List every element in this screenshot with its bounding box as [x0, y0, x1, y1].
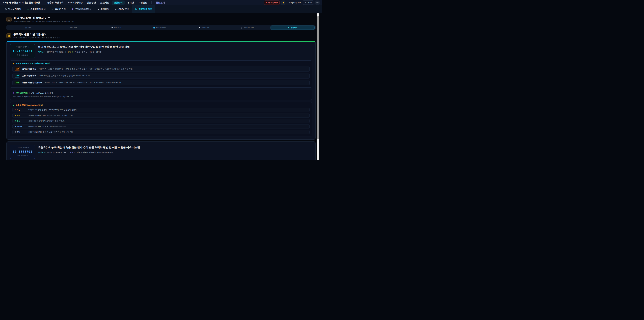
inventor-label: 발명자 : — [70, 151, 76, 153]
subnav-overview[interactable]: 개요 — [6, 25, 50, 30]
meta-separator: | — [68, 151, 68, 153]
nav-emergency-rescue[interactable]: 긴급구난 — [85, 1, 98, 5]
weathering-row: ③ 소산 쇄파 기인, 파도에너지·풍속 함수, 전체 약 15% — [12, 119, 310, 123]
nav-aerial-search[interactable]: 항공탐색 — [112, 1, 124, 5]
subnav-label: 개요 — [28, 27, 32, 29]
nav-integrated-search[interactable]: 통합조회 — [154, 1, 167, 5]
step-label: 조류·취송류 예측 — [22, 75, 36, 77]
claim-box-title: 청구항 1 — ESI 기반 실시간 확산 3단계 — [12, 62, 310, 65]
page-icon-box — [6, 17, 12, 22]
patent-number: 10-1868791 — [12, 150, 34, 154]
subnav-forecast-link[interactable]: 확산예측 연계 — [226, 25, 269, 30]
incident-status-label: 사고 진행중 — [268, 1, 278, 4]
meta-separator: | — [65, 51, 66, 53]
subnav-papers-patents[interactable]: 논문특허 — [270, 26, 314, 30]
weathering-stage-desc: 용해·미생물 분해, 질량 손실률 = 초기 누유량에 선형 비례 — [28, 131, 73, 133]
bell-icon — [282, 2, 284, 4]
nav-weather-info[interactable]: 기상정보 — [136, 1, 149, 5]
cctv-camera-icon — [115, 8, 117, 11]
sub-nav: 개요 탐지 장비 원격탐사 ESI 방제지도 면적 산정 확산예측 연계 논문특… — [6, 25, 316, 30]
logout-button[interactable]: 로그아웃 — [303, 1, 314, 5]
brand: Wing 해양환경 위기대응 통합시스템 — [2, 1, 40, 4]
step-text: 실시간 자료 수신 — 기상예측시스템·위성영상수신시스템·검조소 인터넷 연결… — [22, 68, 133, 70]
patent-registered-date: 등록: 2018.06.12 — [12, 155, 34, 157]
subnav-esi-map[interactable]: ESI 방제지도 — [138, 25, 182, 30]
weathering-title: 유출유 풍화(Weathering) 5단계 — [12, 104, 310, 107]
claim-step-row: S30 유출유 확산 실시간 예측 — Monte Carlo 입자추적 + f… — [12, 80, 310, 85]
weathering-stage-label: ⑤ 침강 — [14, 131, 28, 133]
nav-hns-atmos[interactable]: HNS·대기확산 — [66, 1, 84, 5]
step-desc: — CHARRY모델 조화분석 + 취송류 경험식(0.029×Vw, θw+1… — [37, 75, 90, 77]
weathering-stage-label: ③ 소산 — [14, 120, 28, 122]
tab-image-photo-mgmt[interactable]: 영상사진관리 — [2, 5, 24, 13]
patent-meta: 특허권자 : 주식회사 아라종합기술 | 발명자 : 김도연·김용혁·김충기·김… — [38, 151, 140, 154]
owner-value: 한국해양과학기술원 — [47, 51, 64, 53]
step-desc: — 기상예측시스템·위성영상수신시스템·검조소 인터넷 연결, FTP로 기상자… — [36, 68, 133, 70]
page-subtitle: 유출유 원격탐지·항공감시 기법·ESI 방제정보지도·등록특허 10-1567… — [14, 21, 74, 23]
inventor-label: 발명자 : — [68, 51, 74, 53]
weathering-box: 유출유 풍화(Weathering) 5단계 ① 퍼짐 Fay(1969): 중… — [10, 102, 312, 136]
fbm-formula: σ²(t) = A·t^m, m=0.45~2.46 — [31, 92, 53, 94]
subnav-label: 확산예측 연계 — [244, 27, 254, 29]
top-right-controls: 사고 진행중 Eunjeong Kim 로그아웃 — [264, 1, 320, 5]
claim-title-text: 청구항 1 — ESI 기반 실시간 확산 3단계 — [16, 62, 50, 65]
section-header: 등록특허 원문 기반 이론 근거 WING 탑재 유출유 확산예측 시스템의 특… — [6, 33, 316, 39]
menu-button[interactable] — [315, 1, 320, 5]
patent-meta: 특허권자 : 한국해양과학기술원 | 발명자 : 이문진 · 김혜진 · 이승현… — [38, 51, 130, 53]
weathering-stage-desc: Fay(1969): 중력-관성력, Mackay et al.(1980) 표… — [28, 109, 77, 111]
patent-header: 대한민국 등록특허 10-1567431 등록: 2015.11.03 해양 유… — [10, 44, 312, 58]
tab-oil-area-analysis[interactable]: 유출유면적분석 — [24, 5, 48, 13]
fbm-separator: | — [29, 92, 30, 94]
bookmark-tabs-icon — [288, 27, 290, 29]
nav-reports[interactable]: 보고자료 — [98, 1, 111, 5]
tab-pollution-ship-3d[interactable]: 오염/선박3D분석 — [68, 5, 94, 13]
wing-logo: Wing — [2, 1, 8, 4]
vertical-scrollbar[interactable] — [317, 14, 319, 160]
claim-box: 청구항 1 — ESI 기반 실시간 확산 3단계 S10 실시간 자료 수신 … — [10, 60, 312, 88]
claim-step-row: S20 조류·취송류 예측 — CHARRY모델 조화분석 + 취송류 경험식(… — [12, 73, 310, 79]
page-header: 해양 항공탐색·원격탐사 이론 유출유 원격탐지·항공감시 기법·ESI 방제정… — [6, 16, 316, 23]
nav-board[interactable]: 게시판 — [125, 1, 136, 5]
tab-satellite-request[interactable]: 위성요청 — [94, 5, 112, 13]
nav-oil-spill-forecast[interactable]: 유출유 확산예측 — [45, 1, 66, 5]
tab-bar: 영상사진관리 유출유면적분석 실시간드론 오염/선박3D분석 위성요청 CCTV… — [0, 5, 322, 13]
scrollbar-thumb[interactable] — [317, 16, 319, 139]
subnav-label: ESI 방제지도 — [156, 27, 166, 29]
tab-cctv-view[interactable]: CCTV 조회 — [112, 5, 132, 13]
tab-label: CCTV 조회 — [118, 8, 129, 11]
satellite-dish-icon — [51, 8, 54, 11]
tab-label: 유출유면적분석 — [30, 8, 46, 11]
step-badge-s10: S10 — [14, 67, 20, 71]
weathering-stage-desc: Stiver & Mackay(1984) 해석적 방법, 수일~10일간 약 … — [28, 114, 73, 117]
patent-number-box: 대한민국 등록특허 10-1567431 등록: 2015.11.03 — [10, 44, 35, 58]
pencil-icon — [198, 27, 200, 29]
pencil-icon — [12, 104, 14, 106]
satellite-dish-icon — [67, 27, 69, 29]
patent-number-box: 대한민국 등록특허 10-1868791 등록: 2018.06.12 — [10, 145, 35, 159]
swirl-icon — [12, 92, 14, 94]
top-nav: 유출유 확산예측 HNS·대기확산 긴급구난 보고자료 항공탐색 게시판 기상정… — [45, 1, 149, 5]
page-header-text: 해양 항공탐색·원격탐사 이론 유출유 원격탐지·항공감시 기법·ESI 방제정… — [14, 16, 74, 23]
tab-aerial-search-theory[interactable]: 항공탐색 이론 — [132, 5, 155, 13]
subnav-label: 논문특허 — [290, 27, 298, 29]
subnav-detection-equipment[interactable]: 탐지 장비 — [50, 25, 94, 30]
paper-plane-icon — [111, 27, 113, 29]
weathering-stage-label: ② 증발 — [14, 114, 28, 117]
book-open-icon — [12, 63, 14, 65]
tab-label: 항공탐색 이론 — [138, 8, 152, 11]
top-bar: Wing 해양환경 위기대응 통합시스템 유출유 확산예측 HNS·대기확산 긴… — [0, 0, 322, 5]
notifications-button[interactable] — [281, 1, 286, 5]
subnav-area-estimation[interactable]: 면적 산정 — [182, 25, 226, 30]
incident-status-badge: 사고 진행중 — [264, 1, 280, 5]
subnav-remote-sensing[interactable]: 원격탐사 — [94, 25, 138, 30]
incident-dot-icon — [266, 2, 267, 3]
patent-card-1: 대한민국 등록특허 10-1567431 등록: 2015.11.03 해양 유… — [6, 41, 316, 140]
section-icon-box — [6, 33, 12, 39]
patent-country-label: 대한민국 등록특허 — [12, 46, 34, 48]
camera-icon — [4, 8, 7, 11]
patent-registered-date: 등록: 2015.11.03 — [12, 54, 34, 56]
scroll-up-arrow-icon[interactable] — [317, 14, 319, 15]
tab-realtime-drone[interactable]: 실시간드론 — [48, 5, 68, 13]
weathering-row: ⑤ 침강 용해·미생물 분해, 질량 손실률 = 초기 누유량에 선형 비례 — [12, 130, 310, 134]
step-badge-s30: S30 — [14, 81, 20, 84]
